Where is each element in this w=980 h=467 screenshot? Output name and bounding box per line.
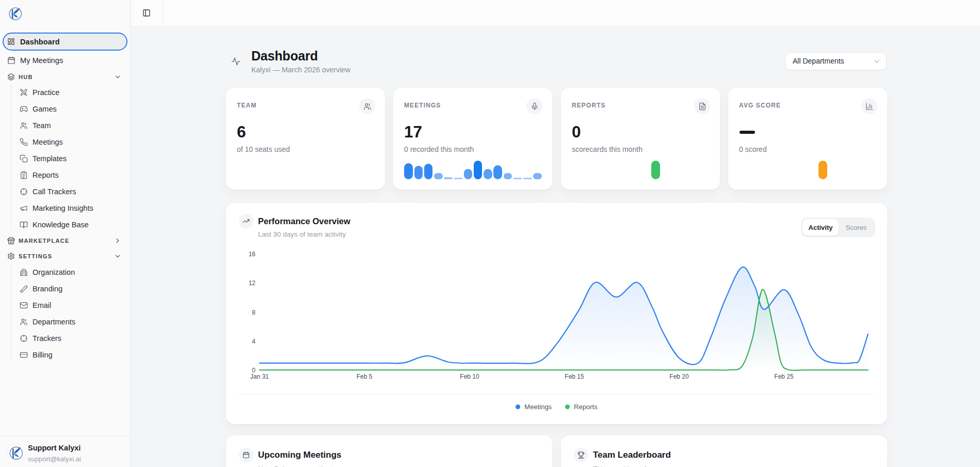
svg-text:Feb 20: Feb 20	[669, 373, 689, 380]
svg-text:Feb 10: Feb 10	[460, 373, 479, 380]
svg-text:Feb 15: Feb 15	[565, 373, 584, 380]
svg-text:Feb 25: Feb 25	[774, 373, 794, 380]
svg-text:Jan 31: Jan 31	[250, 373, 269, 380]
svg-text:Feb 5: Feb 5	[357, 373, 373, 380]
svg-text:4: 4	[252, 338, 255, 345]
svg-text:16: 16	[249, 251, 256, 258]
svg-text:12: 12	[249, 279, 256, 287]
svg-text:8: 8	[252, 309, 255, 316]
